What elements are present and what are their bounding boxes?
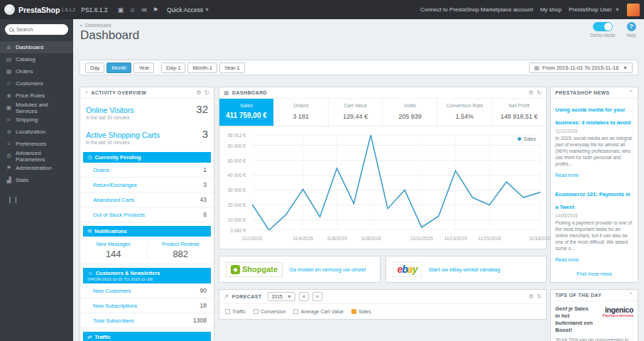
my-shop-link[interactable]: My shop xyxy=(540,6,562,13)
sidebar-item-customers[interactable]: ☺Customers xyxy=(0,77,73,90)
online-visitors-link[interactable]: Online Visitors xyxy=(86,106,134,114)
gear-icon[interactable]: ⚙ xyxy=(196,90,202,96)
sidebar-item-modules[interactable]: ▣Modules and Services xyxy=(0,102,73,114)
tips-panel-title: TIPS OF THE DAY xyxy=(555,293,601,298)
sidebar-item-label: Localization xyxy=(16,129,45,135)
date-range-picker[interactable]: ▦ From 2015-11-01 To 2015-11-18 ▼ xyxy=(529,63,633,73)
returns-row: Return/Exchanges3 xyxy=(80,178,214,193)
read-more-link[interactable]: Read more xyxy=(555,173,579,178)
ebay-logo: ebay xyxy=(393,261,422,277)
sidebar-item-orders[interactable]: ▦Orders xyxy=(0,65,73,77)
sidebar-item-dashboard[interactable]: ⌂Dashboard xyxy=(0,41,73,53)
x-axis-tick-label: 11/11/2015 xyxy=(410,236,433,241)
forecast-legend-average-cart-value[interactable]: Average Cart Value xyxy=(293,309,343,314)
forecast-legend-traffic[interactable]: Traffic xyxy=(225,309,246,314)
pending-orders-link[interactable]: Orders xyxy=(93,167,109,173)
marketplace-connect-link[interactable]: Connect to PrestaShop Marketplace accoun… xyxy=(420,6,533,13)
sidebar-item-shipping[interactable]: ⇨Shipping xyxy=(0,114,73,126)
filter-day-1-button[interactable]: Day-1 xyxy=(161,63,185,73)
shipping-icon: ⇨ xyxy=(6,117,12,123)
filter-month-1-button[interactable]: Month-1 xyxy=(187,63,217,73)
gear-icon[interactable]: ⚙ xyxy=(528,293,533,300)
price-rules-icon: ◈ xyxy=(6,92,12,99)
customers-notification-icon[interactable]: ☺ xyxy=(129,6,136,13)
activity-overview-header: ◔ ACTIVITY OVERVIEW ⚙ ↻ xyxy=(80,87,214,99)
tips-text: 30 tot 70% van de consumenten in Europa … xyxy=(555,337,633,341)
y-axis-tick-label: 50 000 € xyxy=(228,158,246,163)
sidebar-search[interactable] xyxy=(5,24,68,35)
refresh-icon[interactable]: ↻ xyxy=(537,293,542,300)
active-carts-link[interactable]: Active Shopping Carts xyxy=(86,131,160,139)
kpi-cart-value[interactable]: Cart Value129,44 € xyxy=(329,99,383,126)
kpi-conversion-rate[interactable]: Conversion Rate1.54% xyxy=(437,99,492,126)
filter-month-button[interactable]: Month xyxy=(107,63,131,73)
chart-y-axis: 66 912 €60 000 €50 000 €40 000 €30 000 €… xyxy=(219,135,249,230)
collapse-icon[interactable]: ⌃ xyxy=(628,292,633,298)
read-more-link[interactable]: Read more xyxy=(555,257,579,262)
sidebar-item-administration[interactable]: ⚑Administration xyxy=(0,162,73,174)
refresh-icon[interactable]: ↻ xyxy=(537,90,542,96)
news-article-title[interactable]: Using social media for your business: 4 … xyxy=(555,107,631,126)
help-icon[interactable]: ? xyxy=(627,22,636,31)
out-of-stock-link[interactable]: Out of Stock Products xyxy=(93,212,145,218)
badge-icon[interactable]: ⚑ xyxy=(153,6,158,13)
news-article-title[interactable]: Ecommerce 101: Payments in a Tweet xyxy=(555,191,631,210)
sidebar-item-stats[interactable]: ▟Stats xyxy=(0,174,73,186)
forecast-next-button[interactable]: » xyxy=(312,292,322,301)
sidebar-item-localization[interactable]: ⊕Localization xyxy=(0,126,73,138)
filter-year-1-button[interactable]: Year-1 xyxy=(219,63,245,73)
user-menu[interactable]: PrestaShop User ▼ xyxy=(569,6,620,13)
notifications-cells: New Messages 144 Product Reviews 882 xyxy=(80,237,214,264)
collapse-icon[interactable]: ⌃ xyxy=(628,90,633,96)
search-input[interactable] xyxy=(16,26,64,33)
x-axis-tick-label: 11/4/2015 xyxy=(293,236,312,241)
new-messages-cell[interactable]: New Messages 144 xyxy=(80,242,147,259)
kpi-sales[interactable]: Sales411 759,00 € xyxy=(219,99,274,126)
sidebar-item-catalog[interactable]: ▤Catalog xyxy=(0,53,73,65)
kpi-net-profit[interactable]: Net Profit148 918,51 € xyxy=(492,99,546,126)
filter-year-button[interactable]: Year xyxy=(133,63,154,73)
sidebar-item-label: Stats xyxy=(16,177,28,183)
new-subscriptions-link[interactable]: New Subscriptions xyxy=(93,303,137,309)
forecast-year-select[interactable]: 2015▼ xyxy=(268,292,295,301)
new-customers-link[interactable]: New Customers xyxy=(93,288,131,294)
abandoned-carts-row: Abandoned Carts43 xyxy=(80,193,214,207)
sidebar-item-preferences[interactable]: ≡Preferences xyxy=(0,138,73,150)
filter-day-button[interactable]: Day xyxy=(85,63,104,73)
demo-mode-toggle[interactable] xyxy=(593,22,613,31)
refresh-icon[interactable]: ↻ xyxy=(204,90,209,96)
shopgate-link[interactable]: Ga mobiel en verhoog uw omzet xyxy=(289,266,366,273)
sidebar-item-label: Administration xyxy=(16,165,52,171)
abandoned-carts-link[interactable]: Abandoned Carts xyxy=(93,197,134,203)
chart-plot-area[interactable] xyxy=(252,135,540,230)
forecast-legend-conversion[interactable]: Conversion xyxy=(253,309,285,314)
shopgate-icon: ◆ xyxy=(231,265,240,274)
shop-name[interactable]: PS1.6.1.2 xyxy=(81,6,107,13)
find-more-news-link[interactable]: Find more news xyxy=(551,268,638,282)
sidebar-collapse-handle[interactable]: ❙❙ xyxy=(0,186,73,213)
forecast-legend-sales[interactable]: Sales xyxy=(351,309,371,314)
messages-notification-icon[interactable]: ✉ xyxy=(141,6,147,13)
kpi-visits[interactable]: Visits205 939 xyxy=(383,99,437,126)
quick-access-menu[interactable]: Quick Access xyxy=(167,6,203,13)
checkbox-icon xyxy=(293,309,298,314)
kpi-orders[interactable]: Orders3 181 xyxy=(274,99,329,126)
ebay-banner[interactable]: ebay Start uw eBay-winkel vandaag xyxy=(386,256,547,283)
shopgate-banner[interactable]: ◆ Shopgate Ga mobiel en verhoog uw omzet xyxy=(219,256,381,283)
forecast-prev-button[interactable]: « xyxy=(299,292,309,301)
prestashop-logo-icon[interactable] xyxy=(4,4,15,15)
currently-pending-header: ◷Currently Pending xyxy=(83,152,211,163)
sidebar-item-advanced-parameters[interactable]: ⚙Advanced Parameters xyxy=(0,150,73,162)
product-reviews-cell[interactable]: Product Reviews 882 xyxy=(147,242,214,259)
chart-x-axis: 11/1/201511/4/201511/6/201511/8/201511/1… xyxy=(252,236,540,243)
sidebar-item-price-rules[interactable]: ◈Price Rules xyxy=(0,90,73,102)
customers-icon: ☺ xyxy=(87,270,93,276)
returns-link[interactable]: Return/Exchanges xyxy=(93,182,137,188)
ebay-link[interactable]: Start uw eBay-winkel vandaag xyxy=(428,266,500,273)
activity-overview-title: ACTIVITY OVERVIEW xyxy=(91,90,146,95)
avatar[interactable] xyxy=(627,4,640,16)
total-subscribers-link[interactable]: Total Subscribers xyxy=(93,318,134,324)
chart-legend[interactable]: Sales xyxy=(518,136,536,141)
gear-icon[interactable]: ⚙ xyxy=(528,90,534,96)
orders-notification-icon[interactable]: ▣ xyxy=(118,6,124,13)
